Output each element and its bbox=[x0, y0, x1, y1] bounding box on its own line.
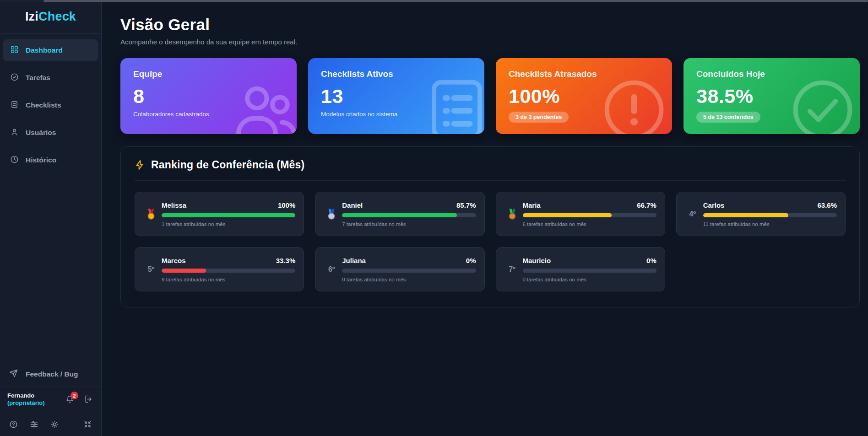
sidebar-item-tarefas[interactable]: Tarefas bbox=[3, 67, 98, 89]
rank-name: Mauricio bbox=[523, 257, 551, 264]
feedback-bug-button[interactable]: Feedback / Bug bbox=[0, 362, 101, 387]
silver-medal-icon bbox=[325, 208, 338, 221]
ranking-card-mauricio: 7º Mauricio 0% 0 tarefas atribuídas no m… bbox=[496, 247, 665, 291]
rank-tasks: 1 tarefas atribuídas no mês bbox=[162, 221, 295, 227]
sidebar-item-usuarios[interactable]: Usuários bbox=[3, 122, 98, 144]
stat-title: Equipe bbox=[133, 69, 284, 79]
sidebar-item-dashboard[interactable]: Dashboard bbox=[3, 39, 98, 61]
user-info: Fernando (proprietário) bbox=[7, 392, 45, 407]
stat-card-equipe: Equipe 8 Colaboradores cadastrados bbox=[120, 58, 297, 134]
ranking-card-carlos: 4º Carlos 63.6% 11 tarefas atribuídas no… bbox=[676, 192, 846, 236]
stat-badge: 5 de 13 conferidos bbox=[696, 112, 760, 123]
user-icon bbox=[10, 128, 19, 138]
rank-tasks: 9 tarefas atribuídas no mês bbox=[162, 277, 295, 282]
horizontal-scrollbar-track bbox=[0, 0, 868, 2]
rank-tasks: 0 tarefas atribuídas no mês bbox=[342, 277, 476, 282]
logout-button[interactable] bbox=[84, 395, 93, 404]
rank-name: Carlos bbox=[703, 201, 725, 209]
stat-title: Checklists Atrasados bbox=[509, 69, 659, 79]
stat-value: 8 bbox=[133, 85, 284, 108]
rank-position: 4º bbox=[689, 210, 696, 218]
sidebar-item-label: Checklists bbox=[26, 101, 61, 109]
sidebar-item-label: Dashboard bbox=[26, 46, 63, 54]
clock-icon bbox=[10, 155, 19, 166]
help-button[interactable] bbox=[9, 420, 18, 429]
collapse-icon bbox=[83, 420, 92, 429]
sidebar-bottom: Feedback / Bug Fernando (proprietário) 2 bbox=[0, 362, 101, 436]
stat-title: Checklists Ativos bbox=[321, 69, 472, 79]
stat-badge: 3 de 3 pendentes bbox=[509, 112, 569, 123]
rank-tasks: 11 tarefas atribuídas no mês bbox=[703, 221, 837, 227]
brand-izi: Izi bbox=[25, 10, 38, 23]
stat-card-checklists-ativos: Checklists Ativos 13 Modelos criados no … bbox=[308, 58, 484, 134]
sidebar-item-label: Tarefas bbox=[26, 74, 50, 82]
sidebar-item-checklists[interactable]: Checklists bbox=[3, 94, 98, 116]
stat-cards: Equipe 8 Colaboradores cadastrados Check… bbox=[120, 58, 860, 134]
progress-bar bbox=[342, 269, 476, 273]
gold-medal-icon bbox=[145, 208, 157, 221]
divider bbox=[135, 180, 846, 181]
ranking-card-daniel: Daniel 85.7% 7 tarefas atribuídas no mês bbox=[315, 192, 484, 236]
sliders-icon bbox=[30, 420, 38, 429]
brand-check: Check bbox=[38, 10, 76, 23]
ranking-panel: Ranking de Conferência (Mês) Melissa 100… bbox=[120, 146, 860, 307]
rank-name: Maria bbox=[523, 201, 541, 209]
bronze-medal-icon bbox=[506, 208, 519, 221]
sidebar-item-historico[interactable]: Histórico bbox=[3, 149, 98, 171]
collapse-sidebar-button[interactable] bbox=[83, 420, 92, 429]
notification-badge: 2 bbox=[71, 392, 78, 399]
rank-percent: 100% bbox=[278, 201, 295, 209]
notifications-button[interactable]: 2 bbox=[65, 395, 74, 404]
sidebar-item-label: Usuários bbox=[26, 129, 56, 137]
progress-bar bbox=[342, 213, 476, 217]
send-icon bbox=[9, 369, 18, 380]
rank-name: Marcos bbox=[162, 257, 186, 264]
progress-bar bbox=[523, 269, 656, 273]
logout-icon bbox=[84, 395, 93, 404]
settings-button[interactable] bbox=[30, 420, 38, 429]
stat-value: 38.5% bbox=[696, 85, 847, 108]
rank-percent: 33.3% bbox=[276, 257, 296, 264]
stat-caption: Modelos criados no sistema bbox=[321, 111, 472, 118]
app-logo: IziCheck bbox=[0, 0, 101, 34]
ranking-card-maria: Maria 66.7% 6 tarefas atribuídas no mês bbox=[496, 192, 665, 236]
stat-card-checklists-atrasados: Checklists Atrasados 100% 3 de 3 pendent… bbox=[496, 58, 672, 134]
rank-percent: 0% bbox=[466, 257, 476, 264]
progress-bar bbox=[703, 213, 837, 217]
stat-value: 13 bbox=[321, 85, 472, 108]
stat-caption: Colaboradores cadastrados bbox=[133, 111, 284, 118]
rank-percent: 63.6% bbox=[817, 201, 837, 209]
grid-icon bbox=[10, 45, 19, 56]
horizontal-scrollbar[interactable] bbox=[43, 0, 868, 2]
rank-tasks: 6 tarefas atribuídas no mês bbox=[523, 221, 656, 227]
feedback-label: Feedback / Bug bbox=[26, 370, 78, 378]
rank-name: Melissa bbox=[162, 201, 186, 209]
page-title: Visão Geral bbox=[120, 16, 860, 34]
progress-bar bbox=[162, 213, 295, 217]
check-circle-icon bbox=[10, 73, 19, 83]
ranking-grid: Melissa 100% 1 tarefas atribuídas no mês… bbox=[135, 192, 846, 291]
user-name: Fernando bbox=[7, 392, 45, 399]
user-section: Fernando (proprietário) 2 bbox=[0, 387, 101, 412]
progress-bar bbox=[523, 213, 656, 217]
ranking-card-marcos: 5º Marcos 33.3% 9 tarefas atribuídas no … bbox=[135, 247, 304, 291]
sidebar-tools bbox=[0, 412, 101, 436]
rank-position: 6º bbox=[328, 265, 335, 274]
rank-tasks: 0 tarefas atribuídas no mês bbox=[523, 277, 656, 282]
theme-button[interactable] bbox=[50, 420, 59, 429]
rank-name: Juliana bbox=[342, 257, 366, 264]
rank-position: 7º bbox=[509, 265, 515, 274]
ranking-title: Ranking de Conferência (Mês) bbox=[151, 159, 304, 171]
sun-icon bbox=[50, 420, 59, 429]
page-subtitle: Acompanhe o desempenho da sua equipe em … bbox=[120, 38, 860, 46]
app-root: IziCheck Dashboard Tarefas Checklist bbox=[0, 0, 868, 436]
rank-percent: 0% bbox=[646, 257, 656, 264]
sidebar-nav: Dashboard Tarefas Checklists Usuários bbox=[0, 34, 101, 171]
main-content: Visão Geral Acompanhe o desempenho da su… bbox=[102, 0, 868, 436]
rank-percent: 85.7% bbox=[456, 201, 476, 209]
stat-card-concluidos-hoje: Concluídos Hoje 38.5% 5 de 13 conferidos bbox=[684, 58, 860, 134]
ranking-card-juliana: 6º Juliana 0% 0 tarefas atribuídas no mê… bbox=[315, 247, 484, 291]
rank-tasks: 7 tarefas atribuídas no mês bbox=[342, 221, 476, 227]
stat-value: 100% bbox=[509, 85, 659, 108]
progress-bar bbox=[162, 269, 295, 273]
